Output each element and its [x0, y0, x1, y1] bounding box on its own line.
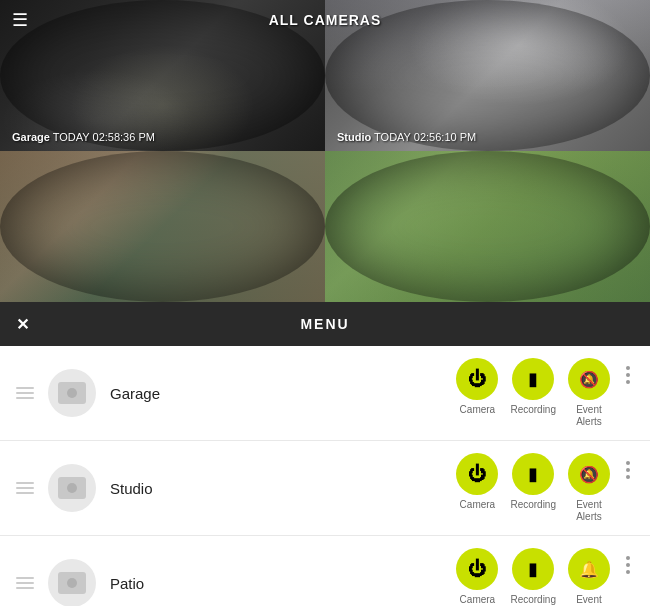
camera-name-garage: Garage [110, 385, 456, 402]
menu-bar: ✕ MENU [0, 302, 650, 346]
camera-action-recording-studio[interactable]: ▮ Recording [510, 453, 556, 511]
drag-handle-garage[interactable] [16, 387, 34, 399]
camera-action-label-recording-studio: Recording [510, 499, 556, 511]
menu-title: MENU [300, 316, 349, 332]
camera-action-camera-garage[interactable]: ⏻ Camera [456, 358, 498, 416]
drag-handle-studio[interactable] [16, 482, 34, 494]
camera-cell-backyard[interactable] [325, 151, 650, 302]
camera-power-icon: ⏻ [456, 358, 498, 400]
camera-cell-patio[interactable] [0, 151, 325, 302]
camera-name-patio: Patio [110, 575, 456, 592]
recording-icon-patio: ▮ [512, 548, 554, 590]
camera-list-item-patio: Patio ⏻ Camera ▮ Recording 🔔 EventAlerts [0, 536, 650, 606]
camera-grid: ☰ ALL CAMERAS Garage TODAY 02:58:36 PM S… [0, 0, 650, 302]
camera-actions-studio: ⏻ Camera ▮ Recording 🔕 EventAlerts [456, 453, 634, 523]
camera-list: Garage ⏻ Camera ▮ Recording 🔕 EventAlert… [0, 346, 650, 606]
camera-action-label-alerts: EventAlerts [576, 404, 602, 428]
camera-label-studio: Studio TODAY 02:56:10 PM [337, 131, 476, 143]
camera-list-item-studio: Studio ⏻ Camera ▮ Recording 🔕 EventAlert… [0, 441, 650, 536]
drag-handle-patio[interactable] [16, 577, 34, 589]
camera-action-camera-patio[interactable]: ⏻ Camera [456, 548, 498, 606]
camera-action-alerts-studio[interactable]: 🔕 EventAlerts [568, 453, 610, 523]
camera-thumbnail-studio [48, 464, 96, 512]
more-button-studio[interactable] [622, 453, 634, 487]
camera-thumbnail-patio [48, 559, 96, 606]
camera-actions-patio: ⏻ Camera ▮ Recording 🔔 EventAlerts [456, 548, 634, 606]
more-button-patio[interactable] [622, 548, 634, 582]
hamburger-icon[interactable]: ☰ [12, 9, 28, 31]
camera-power-icon-patio: ⏻ [456, 548, 498, 590]
camera-action-alerts-patio[interactable]: 🔔 EventAlerts [568, 548, 610, 606]
camera-action-camera-studio[interactable]: ⏻ Camera [456, 453, 498, 511]
camera-action-recording-patio[interactable]: ▮ Recording [510, 548, 556, 606]
header-title: ALL CAMERAS [269, 12, 382, 28]
camera-action-alerts-garage[interactable]: 🔕 EventAlerts [568, 358, 610, 428]
event-alerts-icon-studio: 🔕 [568, 453, 610, 495]
event-alerts-icon-muted: 🔕 [568, 358, 610, 400]
camera-action-label-camera-patio: Camera [460, 594, 496, 606]
menu-close-button[interactable]: ✕ [16, 315, 29, 334]
event-alerts-icon-patio: 🔔 [568, 548, 610, 590]
camera-action-label-camera: Camera [460, 404, 496, 416]
camera-action-recording-garage[interactable]: ▮ Recording [510, 358, 556, 416]
camera-action-label-camera-studio: Camera [460, 499, 496, 511]
header-bar: ☰ ALL CAMERAS [0, 0, 650, 40]
recording-icon-studio: ▮ [512, 453, 554, 495]
camera-list-item-garage: Garage ⏻ Camera ▮ Recording 🔕 EventAlert… [0, 346, 650, 441]
camera-action-label-recording-patio: Recording [510, 594, 556, 606]
more-button-garage[interactable] [622, 358, 634, 392]
camera-action-label-alerts-patio: EventAlerts [576, 594, 602, 606]
camera-name-studio: Studio [110, 480, 456, 497]
camera-action-label-alerts-studio: EventAlerts [576, 499, 602, 523]
camera-power-icon-studio: ⏻ [456, 453, 498, 495]
camera-label-garage: Garage TODAY 02:58:36 PM [12, 131, 155, 143]
camera-action-label-recording: Recording [510, 404, 556, 416]
recording-icon: ▮ [512, 358, 554, 400]
camera-actions-garage: ⏻ Camera ▮ Recording 🔕 EventAlerts [456, 358, 634, 428]
camera-thumbnail-garage [48, 369, 96, 417]
